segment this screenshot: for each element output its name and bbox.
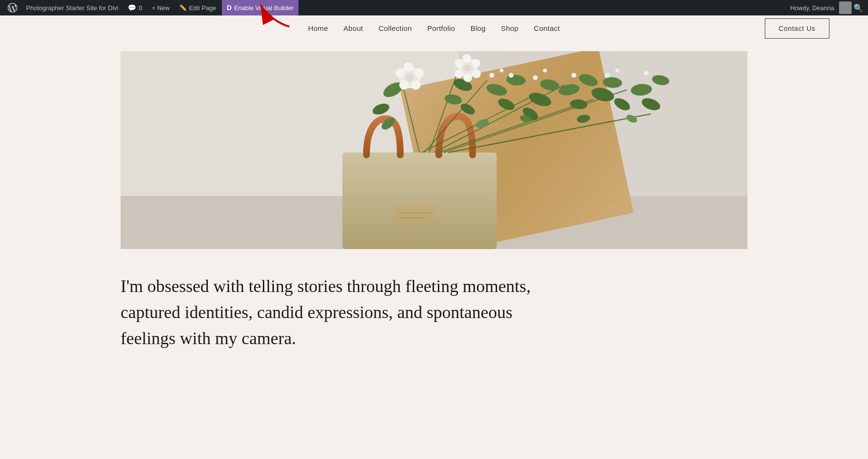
svg-point-57 [472,59,480,68]
nav-item-blog[interactable]: Blog [471,24,486,33]
nav-menu: Home About Collection Portfolio Blog Sho… [308,24,560,33]
svg-point-60 [455,70,463,78]
enable-visual-builder-label: Enable Visual Builder [234,4,293,12]
admin-search-icon[interactable]: 🔍 [854,3,863,13]
svg-point-68 [509,73,514,78]
new-label: + New [152,4,170,12]
svg-point-67 [500,69,503,72]
edit-page-label: Edit Page [189,4,216,12]
admin-bar-right: Howdy, Deanna 🔍 [787,1,863,14]
svg-point-59 [463,73,472,82]
svg-point-50 [464,65,471,71]
svg-point-61 [455,59,463,68]
svg-point-72 [605,73,610,78]
svg-point-69 [533,75,538,80]
pencil-icon: ✏️ [179,4,187,11]
nav-link-collection[interactable]: Collection [379,24,412,32]
nav-item-portfolio[interactable]: Portfolio [427,24,455,33]
nav-link-blog[interactable]: Blog [471,24,486,32]
howdy-text: Howdy, Deanna [787,4,837,12]
site-name-link[interactable]: Photographer Starter Site for Divi [22,0,122,15]
main-content: I'm obsessed with telling stories throug… [121,42,747,371]
svg-point-56 [462,54,471,63]
site-wrapper: Home About Collection Portfolio Blog Sho… [0,0,868,371]
nav-item-collection[interactable]: Collection [379,24,412,33]
comment-count: 0 [138,4,142,12]
nav-item-about[interactable]: About [343,24,363,33]
svg-point-58 [472,70,481,78]
svg-point-55 [395,68,405,78]
nav-link-home[interactable]: Home [308,24,328,32]
svg-point-71 [571,73,576,78]
comments-link[interactable]: 💬 0 [124,0,146,15]
svg-point-47 [406,74,414,82]
user-avatar[interactable] [839,1,852,14]
new-content-link[interactable]: + New [148,0,174,15]
svg-point-52 [414,68,424,78]
svg-point-51 [404,62,413,72]
nav-item-shop[interactable]: Shop [501,24,518,33]
svg-point-66 [489,73,494,78]
nav-link-portfolio[interactable]: Portfolio [427,24,455,32]
hero-image [121,51,747,249]
enable-visual-builder-button[interactable]: D Enable Visual Builder [222,0,298,15]
svg-point-70 [543,69,547,72]
nav-item-contact[interactable]: Contact [534,24,560,33]
hero-quote: I'm obsessed with telling stories throug… [121,273,555,351]
site-name-text: Photographer Starter Site for Divi [26,4,118,12]
svg-point-74 [644,70,649,75]
contact-us-button[interactable]: Contact Us [765,18,829,39]
svg-point-73 [615,69,619,72]
hero-illustration [121,51,747,249]
nav-link-contact[interactable]: Contact [534,24,560,32]
svg-point-53 [411,80,420,90]
nav-link-about[interactable]: About [343,24,363,32]
svg-point-54 [399,80,409,90]
svg-rect-13 [395,206,434,225]
admin-bar: Photographer Starter Site for Divi 💬 0 +… [0,0,868,15]
quote-text-block: I'm obsessed with telling stories throug… [121,249,555,351]
site-navigation: Home About Collection Portfolio Blog Sho… [0,15,868,42]
comment-bubble-icon: 💬 [128,4,136,12]
edit-page-link[interactable]: ✏️ Edit Page [176,0,220,15]
divi-d-icon: D [227,4,231,12]
nav-link-shop[interactable]: Shop [501,24,518,32]
nav-item-home[interactable]: Home [308,24,328,33]
wp-logo-link[interactable] [5,0,20,15]
